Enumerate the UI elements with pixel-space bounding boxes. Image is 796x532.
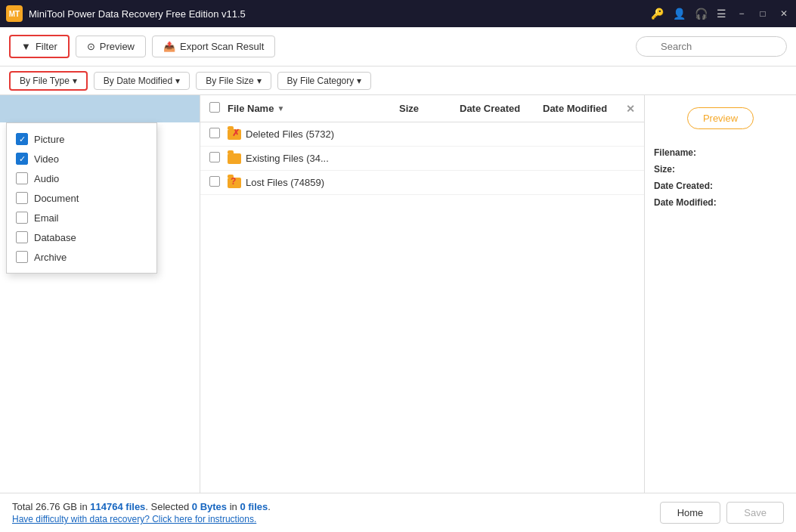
deleted-files-name: ✗ Deleted Files (5732) (228, 128, 408, 140)
file-metadata: Filename: Size: Date Created: Date Modif… (654, 147, 787, 208)
selected-text: . Selected (145, 501, 191, 512)
dropdown-label-database: Database (34, 232, 76, 243)
filename-header-label: File Name (228, 103, 274, 114)
file-rows: ✗ Deleted Files (5732) Existing Files (3… (200, 122, 644, 493)
filter-by-file-category[interactable]: By File Category ▾ (277, 72, 372, 90)
filter-size-label: By File Size (206, 76, 253, 86)
main-area: Picture Video Audio Document Email Datab… (0, 95, 796, 493)
filename-sort-icon[interactable]: ▼ (277, 104, 284, 113)
preview-button[interactable]: ⊙ Preview (76, 36, 146, 57)
export-button[interactable]: 📤 Export Scan Result (152, 36, 275, 57)
dropdown-label-picture: Picture (34, 134, 64, 145)
dropdown-label-audio: Audio (34, 173, 59, 184)
deleted-x-icon: ✗ (232, 128, 240, 138)
app-logo: MT (6, 5, 23, 22)
dropdown-item-database[interactable]: Database (7, 227, 156, 247)
filter-by-date-modified[interactable]: By Date Modified ▾ (94, 72, 190, 90)
center-panel: File Name ▼ Size Date Created Date Modif… (200, 95, 645, 493)
filter-by-file-size[interactable]: By File Size ▾ (196, 72, 271, 90)
export-icon: 📤 (163, 41, 175, 52)
status-summary: Total 26.76 GB in 114764 files. Selected… (12, 501, 660, 512)
lost-files-label: Lost Files (74859) (246, 177, 324, 188)
logo-text: MT (9, 10, 20, 18)
headphone-icon[interactable]: 🎧 (695, 8, 708, 20)
row-check-deleted (209, 128, 228, 141)
filter-label: Filter (36, 41, 57, 52)
period: . (268, 501, 271, 512)
left-panel-header (0, 95, 200, 122)
filter-date-arrow: ▾ (175, 76, 180, 86)
row-check-lost (209, 176, 228, 189)
checkbox-audio[interactable] (16, 172, 28, 184)
titlebar-icons: 🔑 👤 🎧 ☰ − □ ✕ (651, 8, 790, 20)
filter-category-arrow: ▾ (357, 76, 361, 86)
header-date-modified: Date Modified (543, 103, 626, 114)
close-panel-icon[interactable]: ✕ (626, 103, 635, 115)
filter-category-label: By File Category (287, 76, 355, 86)
filter-type-arrow: ▾ (73, 76, 77, 86)
checkbox-email[interactable] (16, 212, 28, 224)
close-button[interactable]: ✕ (778, 8, 790, 20)
table-row[interactable]: ? Lost Files (74859) (200, 171, 644, 195)
preview-label: Preview (100, 41, 135, 52)
status-info: Total 26.76 GB in 114764 files. Selected… (12, 501, 660, 524)
menu-icon[interactable]: ☰ (717, 8, 726, 20)
dropdown-label-document: Document (34, 193, 79, 204)
titlebar: MT MiniTool Power Data Recovery Free Edi… (0, 0, 796, 27)
deleted-files-label: Deleted Files (5732) (246, 128, 334, 140)
selected-bytes: 0 Bytes (192, 501, 227, 512)
total-files: 114764 files (90, 501, 145, 512)
key-icon[interactable]: 🔑 (651, 8, 664, 20)
header-filename: File Name ▼ (228, 103, 399, 114)
dropdown-item-audio[interactable]: Audio (7, 169, 156, 188)
checkbox-database[interactable] (16, 231, 28, 243)
filter-type-label: By File Type (20, 76, 70, 86)
table-row[interactable]: Existing Files (34... (200, 147, 644, 171)
size-label: Size: (654, 164, 787, 175)
account-icon[interactable]: 👤 (673, 8, 686, 20)
filter-button[interactable]: ▼ Filter (9, 35, 70, 58)
dropdown-label-email: Email (34, 212, 59, 224)
search-input[interactable] (636, 36, 787, 57)
toolbar: ▼ Filter ⊙ Preview 📤 Export Scan Result … (0, 27, 796, 66)
maximize-button[interactable]: □ (757, 8, 769, 20)
date-modified-label: Date Modified: (654, 197, 787, 208)
preview-icon: ⊙ (87, 41, 95, 52)
existing-files-label: Existing Files (34... (246, 153, 329, 164)
lost-q-icon: ? (231, 176, 236, 187)
deleted-folder-icon: ✗ (228, 129, 241, 140)
checkbox-document[interactable] (16, 192, 28, 204)
lost-files-name: ? Lost Files (74859) (228, 177, 408, 188)
dropdown-item-picture[interactable]: Picture (7, 129, 156, 149)
filter-icon: ▼ (21, 41, 31, 52)
dropdown-item-archive[interactable]: Archive (7, 247, 156, 267)
dropdown-label-video: Video (34, 153, 59, 165)
checkbox-archive[interactable] (16, 251, 28, 263)
checkbox-video[interactable] (16, 153, 28, 165)
home-button[interactable]: Home (660, 502, 721, 524)
total-text: Total 26.76 GB in (12, 501, 90, 512)
save-button[interactable]: Save (726, 502, 784, 524)
filterbar: By File Type ▾ By Date Modified ▾ By Fil… (0, 66, 796, 95)
file-type-dropdown: Picture Video Audio Document Email Datab… (6, 122, 157, 274)
filename-label: Filename: (654, 147, 787, 158)
filter-size-arrow: ▾ (257, 76, 262, 86)
existing-files-name: Existing Files (34... (228, 153, 408, 164)
checkbox-lost[interactable] (209, 176, 220, 187)
checkbox-deleted[interactable] (209, 128, 220, 138)
dropdown-item-email[interactable]: Email (7, 208, 156, 227)
dropdown-label-archive: Archive (34, 252, 67, 263)
checkbox-picture[interactable] (16, 133, 28, 145)
table-row[interactable]: ✗ Deleted Files (5732) (200, 122, 644, 147)
filter-by-file-type[interactable]: By File Type ▾ (9, 71, 88, 91)
dropdown-item-document[interactable]: Document (7, 188, 156, 208)
selected-files: 0 files (240, 501, 268, 512)
checkbox-existing[interactable] (209, 152, 220, 162)
minimize-button[interactable]: − (736, 8, 748, 20)
dropdown-item-video[interactable]: Video (7, 149, 156, 169)
help-link[interactable]: Have difficulty with data recovery? Clic… (12, 514, 660, 524)
select-all-checkbox[interactable] (209, 102, 220, 113)
status-buttons: Home Save (660, 502, 784, 524)
filter-date-label: By Date Modified (104, 76, 172, 86)
preview-file-button[interactable]: Preview (687, 107, 754, 129)
